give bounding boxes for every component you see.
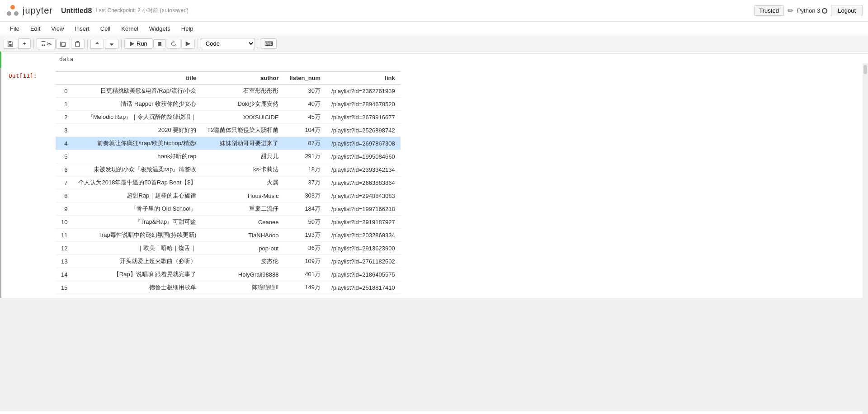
cell-link: /playlist?id=2761182502 — [326, 255, 401, 268]
cell-title: 日更精挑欧美歌&电音/Rap/流行/小众 — [73, 85, 202, 98]
trusted-button[interactable]: Trusted — [754, 5, 784, 16]
menu-help[interactable]: Help — [177, 24, 198, 34]
scrollbar-thumb[interactable] — [863, 65, 867, 74]
cell-link: /playlist?id=2913623900 — [326, 242, 401, 255]
topbar: jupyter Untitled8 Last Checkpoint: 2 小时前… — [0, 0, 868, 22]
notebook-title[interactable]: Untitled8 — [61, 7, 92, 15]
save-button[interactable] — [4, 39, 17, 49]
cell-listen-num: 30万 — [284, 85, 326, 98]
table-row: 10『Trap&Rap』可甜可盐Ceaoee50万/playlist?id=29… — [56, 216, 401, 229]
cell-title: 开头就爱上超火歌曲（必听） — [73, 255, 202, 268]
cell-link: /playlist?id=1995084660 — [326, 150, 401, 163]
toolbar-separator-4 — [198, 39, 198, 49]
svg-rect-6 — [158, 42, 161, 46]
cell-author: Doki少女鹿安然 — [202, 98, 284, 111]
cell-listen-num: 36万 — [284, 242, 326, 255]
table-body: 0日更精挑欧美歌&电音/Rap/流行/小众石室彤彤彤彤30万/playlist?… — [56, 85, 401, 294]
cell-type-select[interactable]: Code Markdown Raw NBConvert Heading — [201, 38, 255, 49]
cell-author: Hous-Music — [202, 189, 284, 202]
cell-index: 5 — [56, 150, 73, 163]
cell-author: pop-out — [202, 242, 284, 255]
cell-title: 未被发现的小众『极致温柔rap』请签收 — [73, 163, 202, 176]
output-cell: Out[11]: title author listen_num link 0日… — [0, 68, 868, 298]
run-button[interactable]: Run — [124, 38, 152, 49]
move-up-button[interactable] — [90, 39, 104, 49]
keyboard-shortcut-button[interactable]: ⌨ — [261, 38, 277, 49]
input-code[interactable]: data — [56, 53, 868, 64]
cell-title: 【Rap】说唱嘛 跟着晃就完事了 — [73, 268, 202, 281]
table-row: 2『Melodic Rap』｜令人沉醉的旋律说唱｜XXXSUICIDE45万/p… — [56, 111, 401, 124]
menu-widgets[interactable]: Widgets — [145, 24, 175, 34]
cell-index: 6 — [56, 163, 73, 176]
cell-title: 『Melodic Rap』｜令人沉醉的旋律说唱｜ — [73, 111, 202, 124]
topbar-right: Trusted ✏ Python 3 Logout — [754, 5, 863, 16]
kernel-info: Python 3 — [797, 7, 827, 14]
cell-link: /playlist?id=2948843083 — [326, 189, 401, 202]
output-cell-label: Out[11]: — [1, 68, 56, 83]
cell-index: 0 — [56, 85, 73, 98]
cell-author: 火属 — [202, 176, 284, 189]
toolbar-separator-3 — [121, 39, 122, 49]
logout-button[interactable]: Logout — [831, 5, 863, 16]
cell-title: 2020 要好好的 — [73, 124, 202, 137]
cell-author: TlaNHAooo — [202, 229, 284, 242]
menu-insert[interactable]: Insert — [70, 24, 94, 34]
cell-index: 8 — [56, 189, 73, 202]
cell-link: /playlist?id=2032869334 — [326, 229, 401, 242]
menu-view[interactable]: View — [47, 24, 68, 34]
table-row: 13开头就爱上超火歌曲（必听）皮杰伦109万/playlist?id=27611… — [56, 255, 401, 268]
input-cell-content[interactable]: data — [56, 52, 868, 68]
cell-listen-num: 104万 — [284, 124, 326, 137]
menu-kernel[interactable]: Kernel — [117, 24, 143, 34]
table-row: 0日更精挑欧美歌&电音/Rap/流行/小众石室彤彤彤彤30万/playlist?… — [56, 85, 401, 98]
restart-button[interactable] — [167, 39, 180, 49]
svg-point-0 — [10, 5, 15, 9]
table-row: 7个人认为2018年最牛逼的50首Rap Beat【$】火属37万/playli… — [56, 176, 401, 189]
input-cell[interactable]: data — [0, 52, 868, 68]
right-scrollbar[interactable] — [863, 63, 868, 411]
interrupt-button[interactable] — [153, 39, 166, 48]
col-title: title — [73, 72, 202, 85]
menubar: File Edit View Insert Cell Kernel Widget… — [0, 22, 868, 36]
cell-title: 德鲁士极细用歌单 — [73, 281, 202, 294]
output-cell-content: title author listen_num link 0日更精挑欧美歌&电音… — [56, 68, 868, 298]
menu-edit[interactable]: Edit — [26, 24, 45, 34]
cell-title: 『Trap&Rap』可甜可盐 — [73, 216, 202, 229]
cell-title: Trap毒性说唱中的谜幻氛围(持续更新) — [73, 229, 202, 242]
table-row: 6未被发现的小众『极致温柔rap』请签收ks-卡莉法18万/playlist?i… — [56, 163, 401, 176]
toolbar-separator-2 — [87, 39, 88, 49]
cell-index: 15 — [56, 281, 73, 294]
table-row: 5hook好听的rap甜只儿291万/playlist?id=199508466… — [56, 150, 401, 163]
col-index — [56, 72, 73, 85]
paste-button[interactable] — [71, 39, 85, 49]
table-row: 15德鲁士极细用歌单陈瞳瞳瞳II149万/playlist?id=2518817… — [56, 281, 401, 294]
cell-listen-num: 37万 — [284, 176, 326, 189]
menu-cell[interactable]: Cell — [96, 24, 115, 34]
cell-link: /playlist?id=2526898742 — [326, 124, 401, 137]
cell-title: hook好听的rap — [73, 150, 202, 163]
cell-index: 7 — [56, 176, 73, 189]
cell-author: 皮杰伦 — [202, 255, 284, 268]
cell-index: 12 — [56, 242, 73, 255]
cell-listen-num: 50万 — [284, 216, 326, 229]
restart-run-button[interactable] — [181, 39, 195, 49]
dataframe-table: title author listen_num link 0日更精挑欧美歌&电音… — [56, 71, 401, 294]
copy-button[interactable] — [57, 39, 70, 49]
plus-icon: + — [23, 40, 26, 47]
toolbar: + ✂ Run Code Markdown Raw NBConvert Head… — [0, 36, 868, 52]
menu-file[interactable]: File — [5, 24, 24, 34]
cell-listen-num: 45万 — [284, 111, 326, 124]
cell-index: 11 — [56, 229, 73, 242]
cell-author: 陈瞳瞳瞳II — [202, 281, 284, 294]
input-cell-label — [1, 52, 56, 68]
cell-author: 甜只儿 — [202, 150, 284, 163]
add-cell-button[interactable]: + — [18, 38, 31, 49]
cell-link: /playlist?id=2697867308 — [326, 137, 401, 150]
cell-title: 前奏就让你疯狂/trap/欧美hiphop/精选/ — [73, 137, 202, 150]
run-label: Run — [137, 40, 147, 47]
cut-button[interactable]: ✂ — [37, 38, 56, 49]
edit-icon-button[interactable]: ✏ — [788, 6, 793, 15]
cell-link: /playlist?id=2894678520 — [326, 98, 401, 111]
checkpoint-info: Last Checkpoint: 2 小时前 (autosaved) — [95, 7, 188, 14]
move-down-button[interactable] — [105, 39, 118, 49]
